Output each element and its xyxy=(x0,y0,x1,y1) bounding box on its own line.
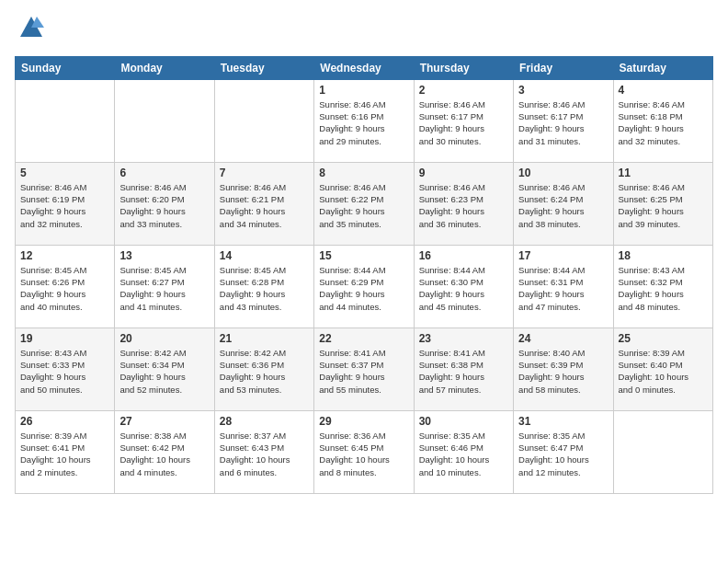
calendar-cell xyxy=(115,79,214,162)
calendar-cell: 9Sunrise: 8:46 AM Sunset: 6:23 PM Daylig… xyxy=(414,162,513,245)
calendar-cell: 6Sunrise: 8:46 AM Sunset: 6:20 PM Daylig… xyxy=(115,162,214,245)
calendar-cell: 27Sunrise: 8:38 AM Sunset: 6:42 PM Dayli… xyxy=(115,410,214,493)
calendar-cell: 20Sunrise: 8:42 AM Sunset: 6:34 PM Dayli… xyxy=(115,327,214,410)
day-info: Sunrise: 8:46 AM Sunset: 6:23 PM Dayligh… xyxy=(419,181,508,230)
day-info: Sunrise: 8:46 AM Sunset: 6:24 PM Dayligh… xyxy=(518,181,608,230)
day-number: 11 xyxy=(619,167,708,179)
day-number: 7 xyxy=(220,167,309,179)
day-number: 28 xyxy=(220,415,309,428)
day-info: Sunrise: 8:45 AM Sunset: 6:26 PM Dayligh… xyxy=(20,264,109,313)
calendar-cell: 26Sunrise: 8:39 AM Sunset: 6:41 PM Dayli… xyxy=(16,410,115,493)
day-number: 13 xyxy=(119,249,209,262)
calendar-cell: 13Sunrise: 8:45 AM Sunset: 6:27 PM Dayli… xyxy=(115,245,214,327)
calendar-cell: 12Sunrise: 8:45 AM Sunset: 6:26 PM Dayli… xyxy=(16,245,115,327)
day-info: Sunrise: 8:43 AM Sunset: 6:32 PM Dayligh… xyxy=(619,264,708,313)
day-number: 30 xyxy=(419,415,508,428)
day-info: Sunrise: 8:46 AM Sunset: 6:21 PM Dayligh… xyxy=(220,181,309,230)
calendar-table: SundayMondayTuesdayWednesdayThursdayFrid… xyxy=(15,56,713,494)
day-number: 27 xyxy=(119,415,209,428)
calendar-week-1: 1Sunrise: 8:46 AM Sunset: 6:16 PM Daylig… xyxy=(16,79,713,162)
calendar-cell: 21Sunrise: 8:42 AM Sunset: 6:36 PM Dayli… xyxy=(214,327,313,410)
day-info: Sunrise: 8:37 AM Sunset: 6:43 PM Dayligh… xyxy=(220,430,309,478)
weekday-header-sunday: Sunday xyxy=(16,56,115,79)
calendar-cell: 16Sunrise: 8:44 AM Sunset: 6:30 PM Dayli… xyxy=(414,245,513,327)
calendar-cell: 24Sunrise: 8:40 AM Sunset: 6:39 PM Dayli… xyxy=(514,327,613,410)
calendar-cell: 15Sunrise: 8:44 AM Sunset: 6:29 PM Dayli… xyxy=(314,245,414,327)
day-number: 8 xyxy=(319,167,408,179)
calendar-cell: 17Sunrise: 8:44 AM Sunset: 6:31 PM Dayli… xyxy=(514,245,613,327)
weekday-header-row: SundayMondayTuesdayWednesdayThursdayFrid… xyxy=(16,56,713,79)
day-number: 14 xyxy=(220,249,309,262)
day-info: Sunrise: 8:43 AM Sunset: 6:33 PM Dayligh… xyxy=(20,347,109,396)
calendar-cell: 18Sunrise: 8:43 AM Sunset: 6:32 PM Dayli… xyxy=(613,245,712,327)
day-number: 26 xyxy=(20,415,109,428)
day-info: Sunrise: 8:40 AM Sunset: 6:39 PM Dayligh… xyxy=(518,347,608,396)
weekday-header-thursday: Thursday xyxy=(414,56,513,79)
day-info: Sunrise: 8:42 AM Sunset: 6:36 PM Dayligh… xyxy=(220,347,309,396)
calendar-week-4: 19Sunrise: 8:43 AM Sunset: 6:33 PM Dayli… xyxy=(16,327,713,410)
calendar-cell: 7Sunrise: 8:46 AM Sunset: 6:21 PM Daylig… xyxy=(214,162,313,245)
day-number: 1 xyxy=(319,84,408,97)
day-info: Sunrise: 8:39 AM Sunset: 6:41 PM Dayligh… xyxy=(20,430,109,478)
day-info: Sunrise: 8:46 AM Sunset: 6:17 PM Dayligh… xyxy=(518,98,608,147)
day-number: 21 xyxy=(220,332,309,345)
day-number: 2 xyxy=(419,84,508,97)
calendar-cell: 23Sunrise: 8:41 AM Sunset: 6:38 PM Dayli… xyxy=(414,327,513,410)
day-number: 18 xyxy=(619,249,708,262)
day-info: Sunrise: 8:46 AM Sunset: 6:19 PM Dayligh… xyxy=(20,181,109,230)
calendar-cell: 19Sunrise: 8:43 AM Sunset: 6:33 PM Dayli… xyxy=(16,327,115,410)
calendar-cell: 22Sunrise: 8:41 AM Sunset: 6:37 PM Dayli… xyxy=(314,327,414,410)
day-info: Sunrise: 8:36 AM Sunset: 6:45 PM Dayligh… xyxy=(319,430,408,478)
day-info: Sunrise: 8:46 AM Sunset: 6:18 PM Dayligh… xyxy=(619,98,708,147)
day-number: 20 xyxy=(119,332,209,345)
day-info: Sunrise: 8:44 AM Sunset: 6:31 PM Dayligh… xyxy=(518,264,608,313)
weekday-header-tuesday: Tuesday xyxy=(214,56,313,79)
calendar-cell xyxy=(16,79,115,162)
day-info: Sunrise: 8:38 AM Sunset: 6:42 PM Dayligh… xyxy=(119,430,209,478)
day-number: 31 xyxy=(518,415,608,428)
day-info: Sunrise: 8:42 AM Sunset: 6:34 PM Dayligh… xyxy=(119,347,209,396)
day-info: Sunrise: 8:46 AM Sunset: 6:20 PM Dayligh… xyxy=(119,181,209,230)
calendar-cell: 5Sunrise: 8:46 AM Sunset: 6:19 PM Daylig… xyxy=(16,162,115,245)
logo-icon xyxy=(18,15,44,40)
day-number: 19 xyxy=(20,332,109,345)
calendar-cell: 4Sunrise: 8:46 AM Sunset: 6:18 PM Daylig… xyxy=(613,79,712,162)
calendar-cell: 3Sunrise: 8:46 AM Sunset: 6:17 PM Daylig… xyxy=(514,79,613,162)
day-info: Sunrise: 8:44 AM Sunset: 6:30 PM Dayligh… xyxy=(419,264,508,313)
day-number: 12 xyxy=(20,249,109,262)
day-number: 9 xyxy=(419,167,508,179)
calendar-cell xyxy=(613,410,712,493)
day-info: Sunrise: 8:46 AM Sunset: 6:25 PM Dayligh… xyxy=(619,181,708,230)
day-number: 4 xyxy=(619,84,708,97)
day-info: Sunrise: 8:35 AM Sunset: 6:46 PM Dayligh… xyxy=(419,430,508,478)
weekday-header-saturday: Saturday xyxy=(613,56,712,79)
day-info: Sunrise: 8:46 AM Sunset: 6:17 PM Dayligh… xyxy=(419,98,508,147)
logo xyxy=(15,15,44,45)
day-number: 29 xyxy=(319,415,408,428)
day-info: Sunrise: 8:41 AM Sunset: 6:38 PM Dayligh… xyxy=(419,347,508,396)
calendar-header: SundayMondayTuesdayWednesdayThursdayFrid… xyxy=(16,56,713,79)
calendar-week-3: 12Sunrise: 8:45 AM Sunset: 6:26 PM Dayli… xyxy=(16,245,713,327)
day-number: 24 xyxy=(518,332,608,345)
calendar-cell: 10Sunrise: 8:46 AM Sunset: 6:24 PM Dayli… xyxy=(514,162,613,245)
calendar-cell: 1Sunrise: 8:46 AM Sunset: 6:16 PM Daylig… xyxy=(314,79,414,162)
calendar-cell: 31Sunrise: 8:35 AM Sunset: 6:47 PM Dayli… xyxy=(514,410,613,493)
page-header xyxy=(15,15,713,45)
weekday-header-friday: Friday xyxy=(514,56,613,79)
day-info: Sunrise: 8:35 AM Sunset: 6:47 PM Dayligh… xyxy=(518,430,608,478)
calendar-week-2: 5Sunrise: 8:46 AM Sunset: 6:19 PM Daylig… xyxy=(16,162,713,245)
day-info: Sunrise: 8:45 AM Sunset: 6:27 PM Dayligh… xyxy=(119,264,209,313)
day-info: Sunrise: 8:46 AM Sunset: 6:22 PM Dayligh… xyxy=(319,181,408,230)
day-info: Sunrise: 8:39 AM Sunset: 6:40 PM Dayligh… xyxy=(619,347,708,396)
day-number: 3 xyxy=(518,84,608,97)
day-info: Sunrise: 8:44 AM Sunset: 6:29 PM Dayligh… xyxy=(319,264,408,313)
calendar-body: 1Sunrise: 8:46 AM Sunset: 6:16 PM Daylig… xyxy=(16,79,713,493)
calendar-cell: 30Sunrise: 8:35 AM Sunset: 6:46 PM Dayli… xyxy=(414,410,513,493)
day-number: 16 xyxy=(419,249,508,262)
calendar-cell: 25Sunrise: 8:39 AM Sunset: 6:40 PM Dayli… xyxy=(613,327,712,410)
calendar-cell: 28Sunrise: 8:37 AM Sunset: 6:43 PM Dayli… xyxy=(214,410,313,493)
weekday-header-wednesday: Wednesday xyxy=(314,56,414,79)
calendar-cell: 8Sunrise: 8:46 AM Sunset: 6:22 PM Daylig… xyxy=(314,162,414,245)
day-number: 23 xyxy=(419,332,508,345)
day-info: Sunrise: 8:45 AM Sunset: 6:28 PM Dayligh… xyxy=(220,264,309,313)
